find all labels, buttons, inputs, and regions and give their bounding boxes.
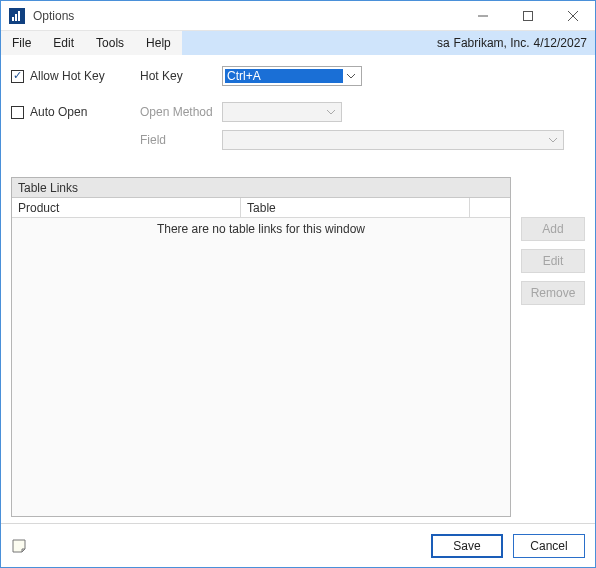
column-spacer <box>470 198 510 217</box>
svg-marker-8 <box>22 549 25 552</box>
cancel-button[interactable]: Cancel <box>513 534 585 558</box>
save-button[interactable]: Save <box>431 534 503 558</box>
table-links-empty: There are no table links for this window <box>12 218 510 236</box>
footer: Save Cancel <box>1 523 595 567</box>
open-method-dropdown[interactable] <box>222 102 342 122</box>
chevron-down-icon <box>343 67 359 85</box>
hot-key-label: Hot Key <box>140 69 222 83</box>
context-user: sa <box>437 36 450 50</box>
hot-key-dropdown[interactable]: Ctrl+A <box>222 66 362 86</box>
options-window: Options File Edit Tools Help sa Fabrikam… <box>0 0 596 568</box>
open-method-label: Open Method <box>140 105 222 119</box>
maximize-button[interactable] <box>505 1 550 31</box>
auto-open-checkbox[interactable] <box>11 106 24 119</box>
menubar: File Edit Tools Help sa Fabrikam, Inc. 4… <box>1 31 595 55</box>
chevron-down-icon <box>323 103 339 121</box>
remove-button[interactable]: Remove <box>521 281 585 305</box>
edit-button[interactable]: Edit <box>521 249 585 273</box>
add-button[interactable]: Add <box>521 217 585 241</box>
svg-rect-1 <box>15 14 17 21</box>
titlebar: Options <box>1 1 595 31</box>
note-icon[interactable] <box>11 537 29 555</box>
svg-rect-4 <box>523 11 532 20</box>
app-icon <box>9 8 25 24</box>
chevron-down-icon <box>545 131 561 149</box>
allow-hot-key-checkbox[interactable] <box>11 70 24 83</box>
minimize-button[interactable] <box>460 1 505 31</box>
context-info: sa Fabrikam, Inc. 4/12/2027 <box>182 31 595 55</box>
allow-hot-key-label: Allow Hot Key <box>30 69 140 83</box>
table-links-header: Product Table <box>12 198 510 218</box>
window-title: Options <box>33 9 74 23</box>
close-button[interactable] <box>550 1 595 31</box>
svg-rect-0 <box>12 17 14 21</box>
column-product[interactable]: Product <box>12 198 241 217</box>
menu-file[interactable]: File <box>1 31 42 55</box>
auto-open-label: Auto Open <box>30 105 140 119</box>
menu-edit[interactable]: Edit <box>42 31 85 55</box>
column-table[interactable]: Table <box>241 198 470 217</box>
field-label: Field <box>140 133 222 147</box>
menu-help[interactable]: Help <box>135 31 182 55</box>
menu-tools[interactable]: Tools <box>85 31 135 55</box>
context-company: Fabrikam, Inc. <box>454 36 530 50</box>
hot-key-value: Ctrl+A <box>225 69 343 83</box>
field-dropdown[interactable] <box>222 130 564 150</box>
table-links-title: Table Links <box>12 178 510 198</box>
svg-rect-2 <box>18 11 20 21</box>
table-links-body: There are no table links for this window <box>12 218 510 516</box>
context-date: 4/12/2027 <box>534 36 587 50</box>
table-links-panel: Table Links Product Table There are no t… <box>11 177 511 517</box>
